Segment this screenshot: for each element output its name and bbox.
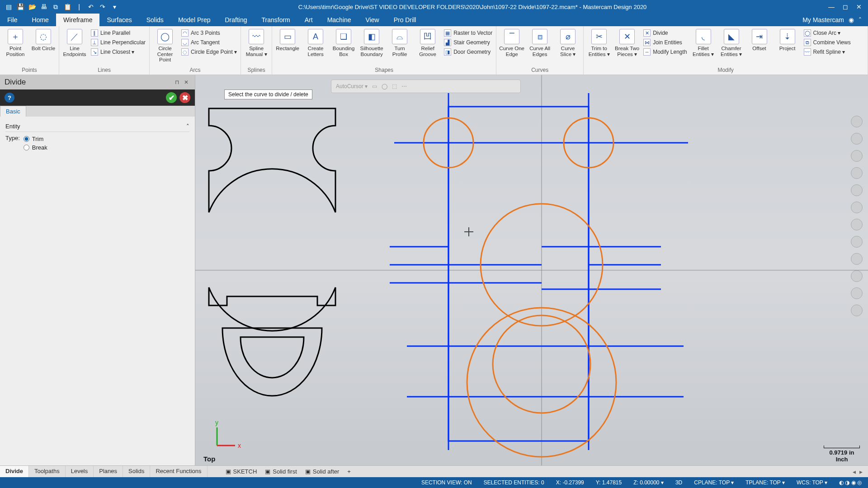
- new-icon[interactable]: ▤: [5, 3, 13, 11]
- spline-manual-button[interactable]: 〰Spline Manual ▾: [244, 28, 269, 66]
- tab-surfaces[interactable]: Surfaces: [99, 14, 139, 26]
- help-button[interactable]: ?: [5, 93, 14, 103]
- create-letters-button[interactable]: ACreate Letters: [303, 28, 328, 66]
- tab-file[interactable]: File: [0, 14, 25, 26]
- status-y: Y: 1.47815: [596, 479, 622, 486]
- bbox-icon: ❏: [336, 29, 351, 44]
- offset-button[interactable]: ⇥Offset: [747, 28, 772, 66]
- trim-entities-button[interactable]: ✂Trim to Entities ▾: [586, 28, 612, 66]
- collapse-ribbon-icon[interactable]: ˄: [859, 16, 862, 23]
- minimize-icon[interactable]: —: [828, 3, 835, 10]
- graphics-canvas[interactable]: Select the curve to divide / delete Auto…: [195, 75, 868, 465]
- btab-planes[interactable]: Planes: [94, 466, 123, 477]
- edge-icon: ◌: [181, 48, 189, 56]
- tab-modelprep[interactable]: Model Prep: [171, 14, 218, 26]
- tab-wireframe[interactable]: Wireframe: [56, 14, 100, 26]
- chevron-up-icon[interactable]: ˄: [186, 123, 189, 130]
- radio-trim[interactable]: Trim: [24, 135, 47, 143]
- silhouette-button[interactable]: ◧Silhouette Boundary: [359, 28, 384, 66]
- tab-view[interactable]: View: [359, 14, 387, 26]
- curve-all-edges-button[interactable]: ⧈Curve All Edges: [527, 28, 552, 66]
- undo-icon[interactable]: ↶: [87, 3, 95, 11]
- status-icons[interactable]: ◐ ◑ ◉ ◎: [839, 479, 862, 486]
- arc-tangent-button[interactable]: ◡Arc Tangent: [180, 38, 238, 47]
- help-icon[interactable]: ◉: [849, 16, 854, 23]
- break-two-button[interactable]: ✕Break Two Pieces ▾: [614, 28, 640, 66]
- sep-icon: |: [75, 3, 83, 11]
- btab-recent[interactable]: Recent Functions: [150, 466, 207, 477]
- point-position-button[interactable]: ＋Point Position: [3, 28, 28, 66]
- rectangle-icon: ▭: [280, 29, 295, 44]
- combine-views-button[interactable]: ⧉Combine Views: [803, 38, 852, 47]
- btab-levels[interactable]: Levels: [66, 466, 94, 477]
- modify-length-button[interactable]: ↔Modify Length: [642, 48, 688, 56]
- project-button[interactable]: ⇣Project: [775, 28, 800, 66]
- chamfer-button[interactable]: ◣Chamfer Entities ▾: [719, 28, 744, 66]
- ok-button[interactable]: ✔: [166, 92, 177, 103]
- paste-icon[interactable]: 📋: [63, 3, 71, 11]
- maximize-icon[interactable]: ◻: [843, 3, 848, 10]
- close-icon[interactable]: ✕: [856, 3, 862, 10]
- status-cplane[interactable]: CPLANE: TOP ▾: [694, 479, 734, 486]
- curve-one-edge-button[interactable]: ⎺Curve One Edge: [499, 28, 524, 66]
- raster-vector-button[interactable]: ▦Raster to Vector: [443, 29, 493, 37]
- entity-section[interactable]: Entity ˄: [5, 121, 189, 132]
- copy-icon[interactable]: ⧉: [52, 3, 60, 11]
- line-perpendicular-button[interactable]: ⊥Line Perpendicular: [90, 38, 146, 47]
- scroll-left-icon[interactable]: ◂: [853, 468, 856, 475]
- tab-prodrill[interactable]: Pro Drill: [387, 14, 424, 26]
- rectangle-button[interactable]: ▭Rectangle: [275, 28, 300, 66]
- divide-button[interactable]: ✕Divide: [642, 29, 688, 37]
- fillet-button[interactable]: ◟Fillet Entities ▾: [691, 28, 716, 66]
- open-icon[interactable]: 📂: [28, 3, 36, 11]
- my-mastercam-link[interactable]: My Mastercam: [802, 16, 844, 23]
- chk-solid-first[interactable]: ▣ Solid first: [265, 468, 297, 475]
- btab-toolpaths[interactable]: Toolpaths: [29, 466, 66, 477]
- redo-icon[interactable]: ↷: [99, 3, 107, 11]
- turn-profile-button[interactable]: ⌓Turn Profile: [387, 28, 412, 66]
- stair-geom-button[interactable]: ▟Stair Geometry: [443, 38, 493, 47]
- line-parallel-button[interactable]: ∥Line Parallel: [90, 29, 146, 37]
- door-icon: ◨: [444, 48, 451, 56]
- status-tplane[interactable]: TPLANE: TOP ▾: [745, 479, 785, 486]
- status-section-view[interactable]: SECTION VIEW: ON: [421, 479, 472, 486]
- panel-close-icon[interactable]: ✕: [184, 79, 190, 85]
- status-wcs[interactable]: WCS: TOP ▾: [797, 479, 827, 486]
- status-z[interactable]: Z: 0.00000 ▾: [633, 479, 664, 486]
- tab-machine[interactable]: Machine: [320, 14, 359, 26]
- curve-slice-button[interactable]: ⌀Curve Slice ▾: [555, 28, 580, 66]
- panel-tab-basic[interactable]: Basic: [0, 106, 26, 117]
- tab-drafting[interactable]: Drafting: [217, 14, 254, 26]
- tab-art[interactable]: Art: [297, 14, 320, 26]
- chk-sketch[interactable]: ▣ SKETCH: [226, 468, 257, 475]
- ribbon: ＋Point Position ◌Bolt Circle Points ／Lin…: [0, 26, 868, 75]
- refit-spline-button[interactable]: 〰Refit Spline ▾: [803, 48, 852, 56]
- join-entities-button[interactable]: ⋈Join Entities: [642, 38, 688, 47]
- btab-divide[interactable]: Divide: [0, 466, 29, 477]
- status-3d[interactable]: 3D: [675, 479, 682, 486]
- scroll-right-icon[interactable]: ▸: [859, 468, 863, 475]
- tab-home[interactable]: Home: [25, 14, 56, 26]
- cancel-button[interactable]: ✖: [179, 92, 190, 103]
- bolt-circle-button[interactable]: ◌Bolt Circle: [31, 28, 56, 66]
- bounding-box-button[interactable]: ❏Bounding Box: [331, 28, 356, 66]
- line-closest-button[interactable]: ↘Line Closest ▾: [90, 48, 146, 56]
- pin-icon[interactable]: ⊓: [175, 79, 181, 85]
- circle-center-button[interactable]: ◯Circle Center Point: [152, 28, 178, 66]
- radio-break[interactable]: Break: [24, 143, 47, 152]
- btab-solids[interactable]: Solids: [123, 466, 150, 477]
- relief-groove-button[interactable]: 凹Relief Groove: [415, 28, 440, 66]
- arc-3points-button[interactable]: ◠Arc 3 Points: [180, 29, 238, 37]
- close-arc-button[interactable]: ◯Close Arc ▾: [803, 29, 852, 37]
- tab-solids[interactable]: Solids: [139, 14, 171, 26]
- tab-transform[interactable]: Transform: [255, 14, 297, 26]
- save-icon[interactable]: 💾: [16, 3, 24, 11]
- circle-edge-button[interactable]: ◌Circle Edge Point ▾: [180, 48, 238, 56]
- line-endpoints-button[interactable]: ／Line Endpoints: [62, 28, 87, 66]
- chk-solid-after[interactable]: ▣ Solid after: [305, 468, 340, 475]
- add-tab-button[interactable]: +: [347, 468, 351, 475]
- door-geom-button[interactable]: ◨Door Geometry: [443, 48, 493, 56]
- drawing-svg: x y: [195, 75, 868, 465]
- qat-more-icon[interactable]: ▾: [110, 3, 118, 11]
- print-icon[interactable]: 🖶: [40, 3, 48, 11]
